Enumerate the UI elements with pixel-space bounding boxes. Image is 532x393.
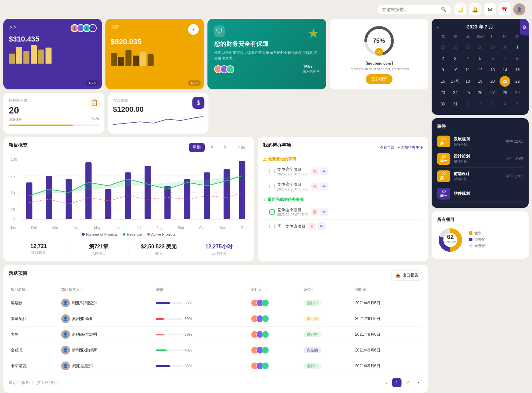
cal-day-29[interactable]: 29: [487, 42, 498, 53]
cal-day-29[interactable]: 29: [512, 87, 523, 98]
expense-card: 花费 + $920.035 45%: [105, 19, 204, 89]
cal-day-30[interactable]: 30: [438, 99, 448, 109]
add-todo-button[interactable]: + 添加待办事项: [398, 145, 423, 150]
todo-delete-3[interactable]: 🗑: [311, 208, 319, 216]
drag-handle-3[interactable]: ⠿: [264, 210, 267, 214]
cal-day-25[interactable]: 25: [462, 87, 473, 98]
todo-item-done-1: ⠿ 竞争这个项目 2023-12-26 07:15:00 🗑 ✏: [263, 205, 423, 220]
cal-day-26[interactable]: 26: [475, 87, 485, 98]
tab-year[interactable]: 年: [219, 143, 232, 152]
view-all-todo[interactable]: 查看全部: [380, 145, 394, 150]
urgent-icon: ⚠: [263, 157, 267, 162]
cal-day-17号[interactable]: 17号: [450, 76, 461, 87]
security-count: 15k+: [303, 64, 320, 69]
notification-bell[interactable]: 🔔: [469, 3, 481, 15]
svg-rect-14: [66, 179, 72, 219]
todo-edit-3[interactable]: ✏: [320, 208, 328, 216]
project-chart: 100 75 50 25 0: [9, 156, 249, 223]
cal-day-28[interactable]: 28: [475, 42, 485, 53]
cal-day-5[interactable]: 5: [475, 53, 485, 64]
cal-day-1[interactable]: 1: [462, 99, 473, 109]
todo-delete-1[interactable]: 🗑: [311, 167, 319, 175]
cal-day-31[interactable]: 31: [450, 99, 461, 109]
next-page-button[interactable]: ›: [414, 378, 423, 387]
cal-day-5[interactable]: 5: [512, 99, 523, 109]
cal-day-3[interactable]: 3: [487, 99, 498, 109]
tab-month[interactable]: 月: [206, 143, 218, 152]
security-avatars: [214, 65, 234, 73]
cal-day-11[interactable]: 11: [462, 65, 473, 75]
cal-day-30[interactable]: 30: [500, 42, 510, 53]
svg-rect-23: [239, 161, 246, 219]
cal-prev-button[interactable]: ‹: [437, 24, 439, 30]
drag-handle-1[interactable]: ⠿: [264, 170, 267, 173]
cell-due-1: 2021年9月6日: [353, 311, 423, 327]
cal-day-1[interactable]: 1: [512, 42, 523, 53]
cal-day-4[interactable]: 4: [462, 53, 473, 64]
cell-owner-2: 👤 唐纳森·本杰明: [59, 327, 154, 342]
cal-day-2[interactable]: 2: [438, 53, 448, 64]
todo-checkbox-2[interactable]: [269, 184, 275, 189]
cal-day-19[interactable]: 19: [475, 76, 485, 87]
prev-page-button[interactable]: ‹: [381, 378, 391, 387]
calendar-icon[interactable]: 📅: [499, 3, 511, 15]
cal-day-3[interactable]: 3: [450, 53, 461, 64]
drag-handle-2[interactable]: ⠿: [264, 185, 267, 188]
tab-all[interactable]: 全部: [233, 143, 249, 152]
cal-day-14[interactable]: 14: [500, 65, 510, 75]
cal-day-9[interactable]: 9: [438, 65, 448, 75]
tab-week[interactable]: 星期: [189, 143, 205, 152]
user-avatar[interactable]: 👤: [513, 3, 525, 15]
cal-day-13[interactable]: 13: [487, 65, 498, 75]
revenue-value: $310.435: [9, 35, 97, 44]
page-2-button[interactable]: 2: [403, 378, 412, 387]
todo-checkbox-1[interactable]: [269, 169, 275, 174]
drag-handle-4[interactable]: ⠿: [264, 225, 267, 228]
cards-row-2: 任务未完成 📋 20 完成任务 20/28 存款总额 $ $1200.00: [3, 93, 428, 134]
active-projects-section: 活跃项目 📤 出口报告 项目名称 ↕ 项目负责人 ↕ 进步 ↕ 受让人 ↕ 龙位…: [3, 265, 428, 393]
cal-day-16[interactable]: 16: [438, 76, 448, 87]
cal-day-25[interactable]: 25: [438, 42, 448, 53]
todo-edit-4[interactable]: ✏: [318, 222, 326, 230]
cal-day-26[interactable]: 26: [450, 42, 461, 53]
cal-day-15[interactable]: 15: [512, 65, 523, 75]
cal-day-2[interactable]: 2: [475, 99, 485, 109]
cal-day-22[interactable]: 22: [512, 76, 523, 87]
dark-mode-toggle[interactable]: 🌙: [454, 3, 466, 15]
todo-checkbox-3[interactable]: [269, 209, 275, 215]
todo-delete-2[interactable]: 🗑: [311, 182, 319, 190]
add-expense-button[interactable]: +: [188, 24, 199, 35]
cal-day-27[interactable]: 27: [487, 87, 498, 98]
page-1-button[interactable]: 1: [392, 378, 402, 387]
export-report-button[interactable]: 📤 出口报告: [391, 270, 423, 281]
cal-day-20[interactable]: 20: [487, 76, 498, 87]
mail-icon[interactable]: ✉: [484, 3, 496, 15]
search-box[interactable]: 🔍: [377, 5, 451, 14]
cal-day-23[interactable]: 23: [438, 87, 448, 98]
calendar-settings[interactable]: ⚙: [520, 19, 529, 35]
svg-rect-19: [164, 186, 171, 219]
cal-day-12[interactable]: 12: [475, 65, 485, 75]
cal-day-28[interactable]: 28: [500, 87, 510, 98]
search-input[interactable]: [382, 7, 438, 12]
todo-edit-2[interactable]: ✏: [320, 182, 328, 190]
more-details-button[interactable]: 更多细节: [366, 74, 392, 84]
event-info-0: 发展规划 威特科技: [454, 136, 502, 147]
cal-day-8[interactable]: 8: [512, 53, 523, 64]
cal-day-6[interactable]: 6: [487, 53, 498, 64]
topbar: 🔍 🌙 🔔 ✉ 📅 👤: [0, 0, 532, 19]
cal-day-27[interactable]: 27: [462, 42, 473, 53]
todo-delete-4[interactable]: 🗑: [308, 222, 316, 230]
tasks-progress-label: 完成任务: [9, 117, 22, 122]
cal-day-21[interactable]: 21: [500, 76, 510, 87]
cal-day-4[interactable]: 4: [500, 99, 510, 109]
legend-active: Active Projects: [151, 232, 176, 236]
todo-edit-1[interactable]: ✏: [320, 167, 328, 175]
cal-day-24[interactable]: 24: [450, 87, 461, 98]
topbar-icons: 🌙 🔔 ✉ 📅 👤: [454, 3, 525, 15]
cal-day-7[interactable]: 7: [500, 53, 510, 64]
cal-day-18[interactable]: 18: [462, 76, 473, 87]
todo-checkbox-4[interactable]: [269, 224, 275, 229]
cal-day-10[interactable]: 10: [450, 65, 461, 75]
cell-status-0: 进行中: [301, 295, 353, 311]
